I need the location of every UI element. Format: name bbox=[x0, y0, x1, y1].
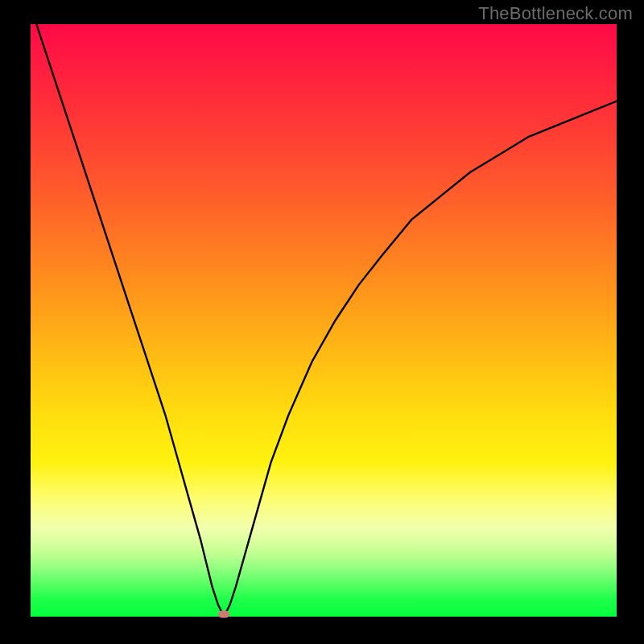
watermark-text: TheBottleneck.com bbox=[478, 3, 633, 24]
bottleneck-curve bbox=[31, 24, 617, 617]
optimum-marker bbox=[218, 611, 229, 618]
plot-area bbox=[31, 24, 617, 617]
chart-frame: TheBottleneck.com bbox=[0, 0, 644, 644]
curve-path bbox=[36, 24, 617, 617]
